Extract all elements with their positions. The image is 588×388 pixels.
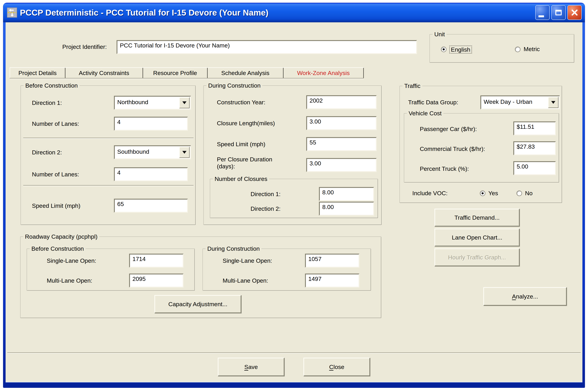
unit-metric-label[interactable]: Metric (524, 46, 540, 52)
project-identifier-input[interactable] (117, 40, 417, 54)
minimize-icon (539, 15, 544, 17)
include-voc-label: Include VOC: (412, 190, 447, 197)
tab-strip: Project Details Activity Constraints Res… (10, 67, 364, 78)
before-single-lane-label: Single-Lane Open: (47, 257, 96, 264)
tab-work-zone-analysis[interactable]: Work-Zone Analysis (284, 68, 364, 78)
close-button[interactable]: Close (303, 358, 370, 376)
during-construction-group-label: During Construction (206, 82, 262, 89)
commercial-truck-label: Commercial Truck ($/hr): (420, 145, 485, 152)
include-voc-yes-label[interactable]: Yes (488, 190, 498, 197)
commercial-truck-input[interactable] (513, 141, 556, 155)
before-construction-group: Before Construction Direction 1: Northbo… (21, 85, 196, 225)
close-icon (571, 9, 578, 16)
during-single-lane-label: Single-Lane Open: (223, 257, 272, 264)
per-closure-duration-label: Per Closure Duration (days): (217, 156, 287, 170)
closure-length-label: Closure Length(miles) (217, 120, 275, 127)
vehicle-cost-group: Vehicle Cost Passenger Car ($/hr): Comme… (404, 113, 559, 183)
hourly-traffic-graph-button: Hourly Traffic Graph... (435, 248, 520, 266)
passenger-car-label: Passenger Car ($/hr): (420, 125, 477, 132)
closures-direction2-label: Direction 2: (250, 205, 281, 212)
construction-year-label: Construction Year: (217, 99, 265, 106)
include-voc-yes-radio[interactable] (480, 191, 485, 196)
construction-year-input[interactable] (306, 95, 377, 109)
lanes2-input[interactable] (114, 167, 188, 181)
chevron-down-icon (182, 151, 187, 154)
chevron-down-icon (182, 101, 187, 104)
unit-english-label[interactable]: English (449, 46, 472, 53)
before-speed-limit-input[interactable] (114, 199, 188, 213)
roadway-before-group: Before Construction Single-Lane Open: Mu… (27, 249, 195, 291)
number-of-closures-group: Number of Closures Direction 1: Directio… (210, 179, 378, 218)
percent-truck-label: Percent Truck (%): (420, 165, 469, 172)
roadway-capacity-group-label: Roadway Capacity (pcphpl) (23, 233, 99, 240)
pccp-app-icon[interactable] (7, 7, 17, 18)
lanes2-label: Number of Lanes: (32, 171, 79, 178)
direction2-dropdown-value: Southbound (115, 146, 179, 158)
roadway-before-group-label: Before Construction (30, 245, 86, 252)
during-speed-limit-label: Speed Limit (mph) (217, 141, 265, 147)
dropdown-arrow-button[interactable] (179, 97, 190, 108)
before-construction-group-label: Before Construction (24, 82, 80, 89)
capacity-adjustment-button[interactable]: Capacity Adjustment... (154, 295, 241, 313)
traffic-group-label: Traffic (403, 82, 422, 89)
include-voc-no-label[interactable]: No (525, 190, 533, 197)
direction1-label: Direction 1: (32, 99, 62, 106)
per-closure-duration-input[interactable] (306, 158, 377, 172)
lane-open-chart-button[interactable]: Lane Open Chart... (435, 229, 520, 246)
traffic-data-group-dropdown-value: Week Day - Urban (481, 96, 547, 109)
direction1-dropdown[interactable]: Northbound (114, 96, 191, 110)
direction2-label: Direction 2: (32, 149, 62, 156)
during-construction-group: During Construction Construction Year: C… (203, 85, 382, 225)
closures-direction2-input[interactable] (319, 202, 374, 216)
tab-project-details[interactable]: Project Details (10, 68, 65, 78)
traffic-data-group-label: Traffic Data Group: (408, 99, 458, 106)
tab-activity-constraints[interactable]: Activity Constraints (65, 68, 143, 78)
app-window: PCCP Deterministic - PCC Tutorial for I-… (3, 3, 585, 388)
traffic-demand-button[interactable]: Traffic Demand... (435, 209, 520, 226)
maximize-icon (555, 10, 562, 15)
minimize-button[interactable] (535, 5, 550, 20)
direction2-dropdown[interactable]: Southbound (114, 145, 191, 159)
lanes1-label: Number of Lanes: (32, 120, 79, 127)
roadway-capacity-group: Roadway Capacity (pcphpl) Before Constru… (20, 237, 381, 318)
before-speed-limit-label: Speed Limit (mph) (32, 202, 80, 209)
dropdown-arrow-button[interactable] (179, 147, 190, 158)
include-voc-no-radio[interactable] (516, 191, 522, 196)
closures-direction1-input[interactable] (319, 187, 374, 201)
analyze-button[interactable]: Analyze... (483, 287, 567, 306)
close-window-button[interactable] (567, 5, 582, 20)
before-multi-lane-label: Multi-Lane Open: (47, 277, 92, 284)
unit-english-radio[interactable] (441, 47, 446, 52)
during-single-lane-input[interactable] (305, 254, 359, 268)
dialog-client-area: Project Identifier: Unit English Metric … (6, 22, 582, 382)
during-multi-lane-input[interactable] (305, 273, 359, 288)
during-multi-lane-label: Multi-Lane Open: (223, 277, 268, 284)
separator (23, 185, 194, 186)
dropdown-arrow-button[interactable] (548, 97, 559, 108)
traffic-data-group-dropdown[interactable]: Week Day - Urban (480, 96, 560, 109)
tab-schedule-analysis[interactable]: Schedule Analysis (208, 68, 284, 78)
roadway-during-group-label: During Construction (206, 245, 261, 252)
unit-group-label: Unit (433, 31, 446, 38)
passenger-car-input[interactable] (513, 121, 556, 135)
unit-group: Unit English Metric (430, 34, 574, 63)
closure-length-input[interactable] (306, 116, 377, 130)
window-title: PCCP Deterministic - PCC Tutorial for I-… (20, 8, 534, 18)
save-button[interactable]: Save (218, 358, 284, 376)
during-speed-limit-input[interactable] (306, 137, 377, 151)
percent-truck-input[interactable] (513, 161, 556, 175)
project-identifier-label: Project Identifier: (49, 43, 107, 50)
separator (7, 352, 581, 353)
tab-resource-profile[interactable]: Resource Profile (143, 68, 208, 78)
unit-metric-radio[interactable] (515, 47, 520, 52)
before-single-lane-input[interactable] (129, 254, 184, 268)
before-multi-lane-input[interactable] (129, 273, 184, 288)
chevron-down-icon (551, 101, 555, 104)
title-bar: PCCP Deterministic - PCC Tutorial for I-… (3, 3, 585, 22)
maximize-button[interactable] (551, 5, 566, 20)
direction1-dropdown-value: Northbound (115, 97, 179, 109)
traffic-group: Traffic Traffic Data Group: Week Day - U… (400, 86, 562, 203)
vehicle-cost-group-label: Vehicle Cost (407, 110, 443, 117)
number-of-closures-group-label: Number of Closures (213, 175, 269, 182)
lanes1-input[interactable] (114, 117, 188, 131)
